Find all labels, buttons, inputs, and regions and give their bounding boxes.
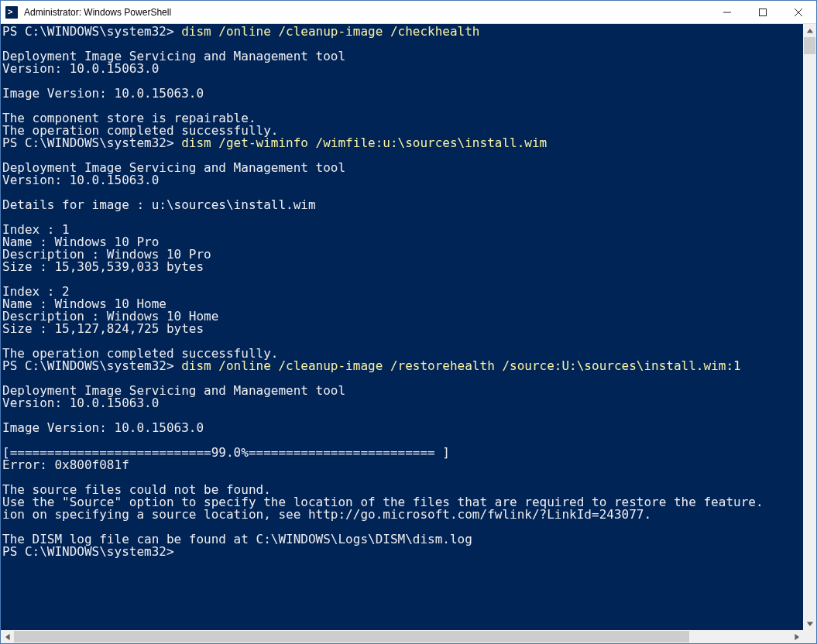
out-line: Image Version: 10.0.15063.0: [2, 420, 204, 435]
out-line: Version: 10.0.15063.0: [2, 61, 159, 76]
vertical-scrollbar[interactable]: [803, 24, 816, 630]
command-1: dism /online /cleanup-image /checkhealth: [181, 24, 479, 39]
out-line: Size : 15,127,824,725 bytes: [2, 321, 204, 336]
out-line: ion on specifying a source location, see…: [2, 507, 651, 522]
prompt: PS C:\WINDOWS\system32>: [2, 544, 181, 559]
out-line: Details for image : u:\sources\install.w…: [2, 197, 316, 212]
scroll-right-button[interactable]: [790, 630, 803, 643]
out-error: Error: 0x800f081f: [2, 457, 129, 472]
svg-marker-6: [6, 635, 9, 639]
horizontal-scroll-track[interactable]: [14, 630, 790, 643]
svg-marker-5: [808, 622, 812, 625]
command-3: dism /online /cleanup-image /restoreheal…: [181, 358, 740, 373]
prompt: PS C:\WINDOWS\system32>: [2, 24, 181, 39]
scroll-down-button[interactable]: [803, 617, 816, 630]
vertical-scroll-track[interactable]: [803, 37, 816, 617]
scroll-left-button[interactable]: [1, 630, 14, 643]
scrollbar-corner: [803, 630, 816, 643]
titlebar[interactable]: Administrator: Windows PowerShell: [1, 1, 816, 24]
window-controls: [709, 1, 816, 23]
terminal-output: PS C:\WINDOWS\system32> dism /online /cl…: [1, 24, 803, 630]
horizontal-scroll-thumb[interactable]: [14, 631, 689, 642]
svg-marker-4: [808, 29, 812, 33]
prompt: PS C:\WINDOWS\system32>: [2, 135, 181, 150]
close-button[interactable]: [781, 1, 816, 23]
maximize-button[interactable]: [745, 1, 781, 23]
out-line: Version: 10.0.15063.0: [2, 396, 159, 410]
powershell-icon: [1, 6, 22, 19]
out-line: Version: 10.0.15063.0: [2, 173, 159, 187]
svg-marker-7: [795, 635, 798, 639]
command-2: dism /get-wiminfo /wimfile:u:\sources\in…: [181, 135, 547, 150]
window-title: Administrator: Windows PowerShell: [22, 7, 709, 18]
out-line: Image Version: 10.0.15063.0: [2, 86, 204, 101]
prompt: PS C:\WINDOWS\system32>: [2, 358, 181, 373]
minimize-button[interactable]: [709, 1, 745, 23]
scroll-up-button[interactable]: [803, 24, 816, 37]
svg-rect-1: [760, 9, 767, 15]
out-line: Size : 15,305,539,033 bytes: [2, 259, 204, 274]
terminal[interactable]: PS C:\WINDOWS\system32> dism /online /cl…: [1, 24, 816, 643]
horizontal-scrollbar[interactable]: [1, 630, 803, 643]
vertical-scroll-thumb[interactable]: [804, 37, 815, 54]
